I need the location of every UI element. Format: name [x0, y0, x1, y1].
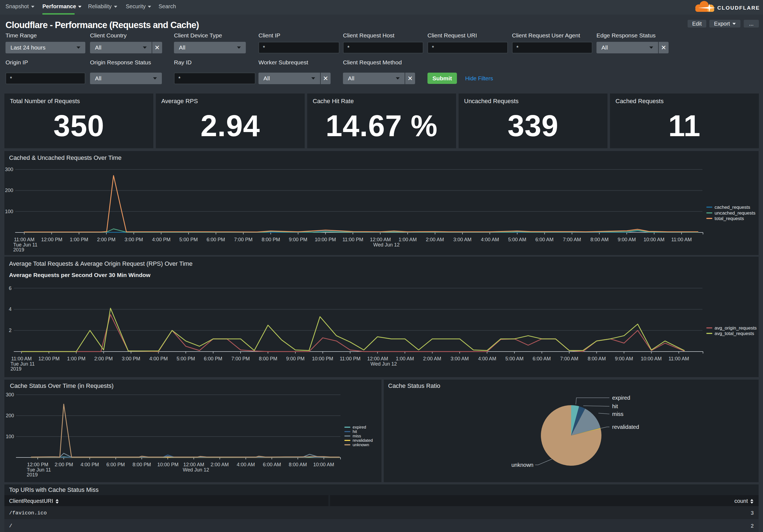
svg-text:expired: expired: [353, 425, 366, 429]
svg-text:2:00 PM: 2:00 PM: [97, 237, 115, 242]
svg-text:6:00 PM: 6:00 PM: [106, 462, 125, 467]
svg-text:5:00 AM: 5:00 AM: [508, 237, 526, 242]
svg-text:4: 4: [9, 307, 12, 312]
svg-text:Wed Jun 12: Wed Jun 12: [371, 361, 397, 367]
svg-text:12:00 PM: 12:00 PM: [27, 462, 48, 467]
svg-text:10:00 AM: 10:00 AM: [313, 462, 334, 467]
svg-text:11:00 AM: 11:00 AM: [14, 237, 35, 242]
svg-text:300: 300: [6, 392, 14, 398]
svg-text:Tue Jun 11: Tue Jun 11: [10, 361, 35, 367]
svg-text:200: 200: [5, 188, 13, 193]
svg-text:9:00 AM: 9:00 AM: [615, 356, 633, 361]
svg-text:9:00 PM: 9:00 PM: [286, 356, 304, 361]
svg-text:2019: 2019: [10, 366, 22, 372]
svg-text:6:00 PM: 6:00 PM: [204, 356, 222, 361]
svg-text:2:00 AM: 2:00 AM: [211, 462, 229, 467]
svg-text:4:00 AM: 4:00 AM: [237, 462, 255, 467]
svg-text:11:00 AM: 11:00 AM: [671, 237, 692, 242]
svg-text:2019: 2019: [13, 247, 24, 252]
svg-text:1:00 PM: 1:00 PM: [70, 237, 88, 242]
svg-text:4:00 AM: 4:00 AM: [478, 356, 496, 361]
svg-text:11:00 PM: 11:00 PM: [340, 356, 361, 361]
svg-text:10:00 PM: 10:00 PM: [315, 237, 336, 242]
svg-text:8:00 PM: 8:00 PM: [132, 462, 151, 467]
svg-text:8:00 PM: 8:00 PM: [262, 237, 280, 242]
svg-text:12:00 PM: 12:00 PM: [38, 356, 59, 361]
svg-text:1:00 PM: 1:00 PM: [67, 356, 85, 361]
svg-text:2: 2: [9, 328, 12, 333]
svg-text:miss: miss: [353, 433, 361, 438]
svg-text:Wed Jun 12: Wed Jun 12: [183, 467, 209, 473]
svg-text:uncached_requests: uncached_requests: [714, 211, 755, 216]
svg-text:CLOUDFLARE: CLOUDFLARE: [717, 5, 760, 11]
svg-text:8:00 PM: 8:00 PM: [259, 356, 277, 361]
svg-text:300: 300: [5, 167, 13, 172]
svg-text:3:00 PM: 3:00 PM: [124, 237, 143, 242]
svg-text:1:00 AM: 1:00 AM: [398, 237, 417, 242]
svg-text:3:00 AM: 3:00 AM: [453, 237, 472, 242]
svg-text:1:00 AM: 1:00 AM: [396, 356, 414, 361]
svg-text:4:00 PM: 4:00 PM: [80, 462, 99, 467]
svg-text:6: 6: [9, 286, 12, 291]
svg-text:9:00 PM: 9:00 PM: [289, 237, 307, 242]
svg-text:2:00 PM: 2:00 PM: [94, 356, 113, 361]
svg-text:2019: 2019: [27, 472, 38, 478]
svg-text:Tue Jun 11: Tue Jun 11: [13, 242, 38, 248]
svg-text:7:00 PM: 7:00 PM: [234, 237, 253, 242]
svg-text:revalidated: revalidated: [612, 424, 639, 430]
svg-text:7:00 PM: 7:00 PM: [231, 356, 250, 361]
svg-text:total_requests: total_requests: [714, 216, 744, 221]
svg-text:3:00 AM: 3:00 AM: [451, 356, 469, 361]
svg-text:10:00 PM: 10:00 PM: [312, 356, 333, 361]
svg-text:5:00 PM: 5:00 PM: [179, 237, 198, 242]
svg-text:12:00 AM: 12:00 AM: [183, 462, 204, 467]
svg-text:3:00 PM: 3:00 PM: [122, 356, 140, 361]
svg-text:4:00 AM: 4:00 AM: [481, 237, 499, 242]
svg-text:7:00 AM: 7:00 AM: [563, 237, 581, 242]
svg-text:5:00 PM: 5:00 PM: [176, 356, 195, 361]
svg-text:4:00 PM: 4:00 PM: [149, 356, 167, 361]
svg-text:hit: hit: [612, 403, 618, 409]
svg-text:2:00 AM: 2:00 AM: [426, 237, 444, 242]
svg-text:unknown: unknown: [511, 462, 533, 468]
svg-text:cached_requests: cached_requests: [714, 205, 750, 210]
svg-text:12:00 AM: 12:00 AM: [367, 356, 388, 361]
svg-text:hit: hit: [353, 429, 357, 434]
svg-text:7:00 AM: 7:00 AM: [560, 356, 578, 361]
svg-text:Tue Jun 11: Tue Jun 11: [27, 467, 51, 473]
svg-text:2:00 PM: 2:00 PM: [54, 462, 73, 467]
svg-text:6:00 AM: 6:00 AM: [263, 462, 281, 467]
svg-text:10:00 AM: 10:00 AM: [644, 237, 664, 242]
svg-text:8:00 AM: 8:00 AM: [591, 237, 608, 242]
svg-text:11:00 AM: 11:00 AM: [669, 356, 689, 361]
svg-text:4:00 PM: 4:00 PM: [152, 237, 170, 242]
svg-text:8:00 AM: 8:00 AM: [289, 462, 307, 467]
svg-text:11:00 PM: 11:00 PM: [342, 237, 363, 242]
svg-text:10:00 AM: 10:00 AM: [641, 356, 662, 361]
svg-text:Wed Jun 12: Wed Jun 12: [373, 242, 400, 248]
svg-text:12:00 AM: 12:00 AM: [370, 237, 391, 242]
svg-text:6:00 AM: 6:00 AM: [533, 356, 551, 361]
svg-text:5:00 AM: 5:00 AM: [505, 356, 523, 361]
svg-text:revalidated: revalidated: [353, 438, 373, 443]
svg-text:8:00 AM: 8:00 AM: [588, 356, 606, 361]
svg-text:6:00 PM: 6:00 PM: [206, 237, 225, 242]
svg-text:avg_total_requests: avg_total_requests: [714, 331, 754, 336]
svg-text:miss: miss: [612, 411, 623, 417]
svg-text:11:00 AM: 11:00 AM: [11, 356, 32, 361]
svg-text:avg_origin_requests: avg_origin_requests: [714, 325, 757, 331]
svg-text:9:00 AM: 9:00 AM: [618, 237, 636, 242]
svg-text:12:00 PM: 12:00 PM: [41, 237, 62, 242]
svg-text:100: 100: [5, 209, 13, 214]
svg-text:unknown: unknown: [353, 442, 369, 447]
svg-text:expired: expired: [612, 395, 630, 401]
svg-text:200: 200: [6, 413, 14, 418]
svg-text:100: 100: [6, 434, 14, 439]
svg-text:10:00 PM: 10:00 PM: [157, 462, 178, 467]
svg-text:2:00 AM: 2:00 AM: [423, 356, 441, 361]
svg-text:6:00 AM: 6:00 AM: [535, 237, 554, 242]
